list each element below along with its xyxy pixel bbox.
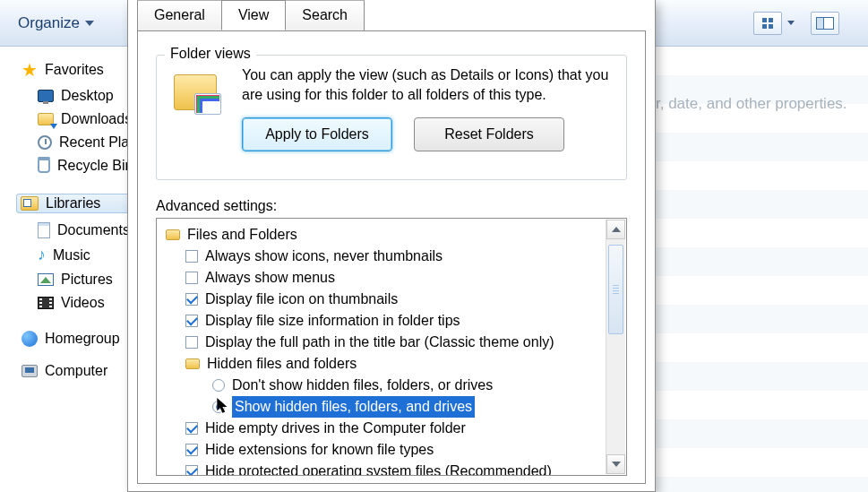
setting-label: Display file size information in folder …	[205, 310, 460, 332]
checkbox-icon	[185, 272, 198, 284]
tab-general[interactable]: General	[137, 0, 222, 30]
organize-label: Organize	[18, 14, 80, 32]
checkbox-icon	[185, 422, 198, 435]
scroll-down-button[interactable]	[606, 454, 625, 474]
folder-views-group: Folder views You can apply the view (suc…	[156, 46, 627, 180]
setting-checkbox[interactable]: Hide protected operating system files (R…	[162, 461, 626, 476]
star-icon: ★	[21, 61, 38, 79]
tree-root: Files and Folders	[162, 224, 626, 246]
setting-label: Display the full path in the title bar (…	[205, 332, 554, 353]
folder-icon	[38, 113, 54, 125]
setting-label: Show hidden files, folders, and drives	[232, 396, 475, 418]
preview-pane-button[interactable]	[811, 12, 839, 35]
monitor-icon	[38, 90, 54, 102]
picture-icon	[38, 273, 54, 286]
thumbnails-icon	[762, 18, 773, 29]
checkbox-icon	[185, 465, 198, 476]
setting-radio[interactable]: Don't show hidden files, folders, or dri…	[162, 375, 626, 396]
recycle-icon	[38, 159, 50, 173]
document-icon	[38, 222, 50, 238]
reset-folders-button[interactable]: Reset Folders	[414, 117, 564, 151]
checkbox-icon	[185, 315, 198, 327]
folder-icon	[166, 229, 180, 240]
view-mode-button[interactable]	[753, 12, 795, 35]
folder-options-dialog: General View Search Folder views You can…	[127, 0, 656, 492]
setting-checkbox[interactable]: Display file size information in folder …	[162, 310, 626, 332]
checkbox-icon	[185, 293, 198, 306]
chevron-down-icon	[85, 21, 94, 26]
pane-icon	[816, 17, 834, 30]
dialog-tabs: General View Search	[137, 0, 364, 30]
setting-label: Hide empty drives in the Computer folder	[205, 418, 466, 439]
setting-label: Hide extensions for known file types	[205, 439, 434, 461]
folder-views-legend: Folder views	[165, 46, 256, 62]
chevron-up-icon	[612, 227, 621, 232]
apply-to-folders-button[interactable]: Apply to Folders	[242, 117, 392, 151]
setting-checkbox[interactable]: Always show menus	[162, 267, 626, 289]
setting-label: Always show icons, never thumbnails	[205, 246, 443, 267]
tab-search[interactable]: Search	[285, 0, 365, 30]
setting-label: Always show menus	[205, 267, 335, 289]
tab-view[interactable]: View	[221, 0, 286, 30]
music-icon: ♪	[38, 246, 46, 264]
computer-icon	[21, 365, 38, 377]
libraries-icon	[21, 196, 39, 211]
radio-icon	[212, 379, 225, 392]
folder-icon	[185, 358, 200, 369]
setting-label: Display file icon on thumbnails	[205, 289, 398, 310]
scroll-thumb[interactable]	[608, 245, 623, 334]
column-hint-text: r, date, and other properties.	[656, 95, 847, 113]
setting-label: Don't show hidden files, folders, or dri…	[232, 375, 493, 396]
chevron-down-icon	[612, 462, 621, 467]
scrollbar[interactable]	[606, 220, 625, 474]
organize-button[interactable]: Organize	[11, 11, 101, 36]
advanced-settings-label: Advanced settings:	[156, 198, 277, 214]
setting-label: Hide protected operating system files (R…	[205, 461, 552, 476]
advanced-settings-list: Files and Folders Always show icons, nev…	[156, 218, 627, 476]
checkbox-icon	[185, 250, 198, 263]
setting-checkbox[interactable]: Display file icon on thumbnails	[162, 289, 626, 310]
setting-checkbox[interactable]: Always show icons, never thumbnails	[162, 246, 626, 267]
setting-checkbox[interactable]: Hide extensions for known file types	[162, 439, 626, 461]
checkbox-icon	[185, 336, 198, 349]
clock-icon	[38, 135, 52, 150]
radio-icon	[212, 401, 225, 413]
checkbox-icon	[185, 444, 198, 456]
setting-radio[interactable]: Show hidden files, folders, and drives	[162, 396, 626, 418]
homegroup-icon	[21, 331, 38, 347]
video-icon	[38, 297, 54, 309]
chevron-down-icon	[787, 21, 795, 25]
setting-checkbox[interactable]: Display the full path in the title bar (…	[162, 332, 626, 353]
folder-views-icon	[174, 74, 217, 110]
folder-views-text: You can apply the view (such as Details …	[242, 65, 613, 105]
setting-checkbox[interactable]: Hide empty drives in the Computer folder	[162, 418, 626, 439]
scroll-up-button[interactable]	[606, 220, 625, 239]
tree-group-hidden: Hidden files and folders	[162, 353, 626, 375]
